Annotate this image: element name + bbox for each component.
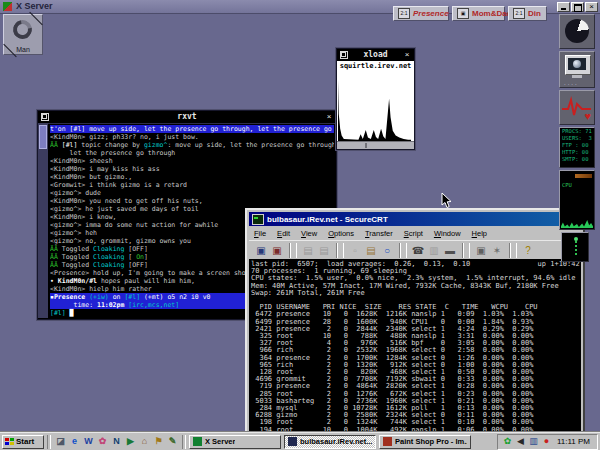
taskbar-clock: 11:11 PM <box>554 437 593 446</box>
securecrt-window[interactable]: bulbasaur.iRev.net - SecureCRT FileEditV… <box>245 208 585 448</box>
monitor-stand <box>572 75 582 78</box>
scrollbar-thumb[interactable] <box>39 125 47 149</box>
irc-line: <KindM0n> but gizmo., <box>50 173 334 181</box>
taskbar-button-psp[interactable]: Paint Shop Pro - Im... <box>379 435 471 449</box>
irc-line: <KindM0n> gizz; ph33r? no, i just bow. <box>50 133 334 141</box>
ssh-terminal[interactable]: last pid: 6507; load averages: 0.26, 0.1… <box>249 259 581 444</box>
netscape-icon[interactable]: N <box>110 435 123 448</box>
irc-line: <KindM0n> i may kiss his ass <box>50 165 334 173</box>
antivirus-icon[interactable]: ● <box>541 436 552 447</box>
close-icon[interactable]: × <box>403 51 411 59</box>
find-icon[interactable]: ○ <box>379 243 395 258</box>
securecrt-title: bulbasaur.iRev.net - SecureCRT <box>267 215 388 224</box>
xserver-app-icon <box>3 2 12 11</box>
properties-icon[interactable]: ▣ <box>473 243 489 258</box>
securecrt-titlebar[interactable]: bulbasaur.iRev.net - SecureCRT <box>249 212 581 226</box>
cpu-label: CPU <box>562 182 572 188</box>
dock-tile-cpu[interactable]: CPU <box>559 170 595 230</box>
taskbar-button-securecrt[interactable]: bulbasaur.iRev.net... <box>284 435 376 449</box>
mini-window-icon: ▣ <box>457 8 469 19</box>
connect-icon[interactable]: ▣ <box>253 243 269 258</box>
mini-window-momdad[interactable]: ▣ Mom&Dad <box>452 6 505 21</box>
close-icon[interactable]: × <box>325 113 333 121</box>
reconnect-icon[interactable]: ▤ <box>300 243 316 258</box>
menu-edit[interactable]: Edit <box>277 229 290 238</box>
irc-line: ÄÄ [#l] topic change by gizmo^: move up … <box>50 141 334 149</box>
internet-explorer-icon[interactable]: e <box>68 435 81 448</box>
task-button-label: Paint Shop Pro - Im... <box>395 437 467 446</box>
netstat-line: FTP : 00 <box>560 142 594 149</box>
taskbar-button-xserver-icon <box>193 437 202 446</box>
dock-tile-heartbeat[interactable]: ♥ <box>559 90 595 125</box>
volume-icon[interactable]: ◀ <box>515 436 526 447</box>
dock-tile-small-monitor[interactable] <box>561 232 589 262</box>
irc-line: let the presence go through <box>50 149 334 157</box>
icq-icon[interactable]: ✿ <box>96 435 109 448</box>
disconnect-icon[interactable]: ▤ <box>316 243 332 258</box>
menu-view[interactable]: View <box>301 229 317 238</box>
taskbar-button-securecrt-icon <box>288 437 297 446</box>
mini-window-title: Presence <box>413 9 449 18</box>
shortcut-1-icon[interactable]: ◪ <box>54 435 67 448</box>
scrollbar[interactable] <box>38 123 48 318</box>
menu-options[interactable]: Options <box>328 229 354 238</box>
xload-titlebar[interactable]: xload × <box>337 49 414 61</box>
word-icon[interactable]: W <box>82 435 95 448</box>
netstat-line: USERS: 3 <box>560 135 594 142</box>
taskbar: Start ◪eW✿N▶⌂⚑✎ X Serverbulbasaur.iRev.n… <box>0 432 600 450</box>
sphere-clock-icon <box>565 19 589 43</box>
mini-window-din[interactable]: 2:1 Din <box>508 6 547 21</box>
minimize-icon[interactable] <box>557 2 570 12</box>
transfer-icon[interactable]: ▥ <box>426 243 442 258</box>
quick-connect-icon[interactable]: ▣ <box>269 243 285 258</box>
load-graph <box>338 73 411 141</box>
toolbar-separator <box>399 243 407 258</box>
menu-window[interactable]: Window <box>434 229 461 238</box>
menu-transfer[interactable]: Transfer <box>365 229 393 238</box>
indicator-column <box>575 241 577 257</box>
task-button-label: bulbasaur.iRev.net... <box>300 437 372 446</box>
icq-flower-icon[interactable]: ✿ <box>502 436 513 447</box>
monitor-icon <box>565 55 591 75</box>
print-icon[interactable]: ▬ <box>442 243 458 258</box>
netstat-line: PROCS: 71 <box>560 128 594 135</box>
phone-icon[interactable]: ☎ <box>410 243 426 258</box>
irc-line: <KindM0n> sheesh <box>50 157 334 165</box>
dock-tile-clock[interactable] <box>559 14 595 49</box>
draw-icon[interactable]: ✎ <box>166 435 179 448</box>
menu-file[interactable]: File <box>254 229 266 238</box>
irc-line: <Gromwit> i think gizmo is a retard <box>50 181 334 189</box>
xload-window[interactable]: xload × squirtle.irev.net <box>336 48 415 150</box>
terminal-line: Swap: 261M Total, 261M Free <box>251 290 581 297</box>
script-icon[interactable]: ✶ <box>489 243 505 258</box>
man-icon-art <box>9 16 35 42</box>
menu-bar: FileEditViewOptionsTransferScriptWindowH… <box>249 227 581 240</box>
taskbar-separator <box>182 435 186 449</box>
man-desktop-icon[interactable]: Man <box>3 14 43 55</box>
taskbar-button-xserver[interactable]: X Server <box>189 435 281 449</box>
man-icon-label: Man <box>4 46 42 53</box>
taskbar-button-psp-icon <box>383 437 392 446</box>
start-button[interactable]: Start <box>2 435 44 449</box>
windows-flag-icon <box>5 438 14 446</box>
restore-icon[interactable] <box>571 2 584 12</box>
irc-line: t'on [#l] move up side, let the presence… <box>50 125 334 133</box>
start-label: Start <box>16 437 34 446</box>
close-icon[interactable]: × <box>585 2 598 12</box>
castle-icon[interactable]: ⌂ <box>138 435 151 448</box>
media-player-icon[interactable]: ▶ <box>124 435 137 448</box>
flag-icon[interactable]: ⚑ <box>152 435 165 448</box>
securecrt-app-icon <box>252 214 264 225</box>
menu-script[interactable]: Script <box>404 229 423 238</box>
irc-line: <KindM0n> you need to get off his nuts, <box>50 197 334 205</box>
mini-window-presence[interactable]: 2:1 Presence <box>393 6 449 21</box>
menu-help[interactable]: Help <box>472 229 487 238</box>
paste-icon[interactable]: ▤ <box>363 243 379 258</box>
rxvt-titlebar[interactable]: rxvt × <box>38 111 336 124</box>
dock-tile-monitor[interactable]: .... <box>559 51 595 88</box>
copy-icon[interactable]: ▫ <box>347 243 363 258</box>
toolbar-separator <box>509 243 517 258</box>
modem-icon[interactable]: ▥ <box>528 436 539 447</box>
dock-tile-netstat[interactable]: PROCS: 71USERS: 3FTP : 00HTTP: 00SMTP: 0… <box>559 127 595 168</box>
help-icon[interactable]: ? <box>520 243 536 258</box>
